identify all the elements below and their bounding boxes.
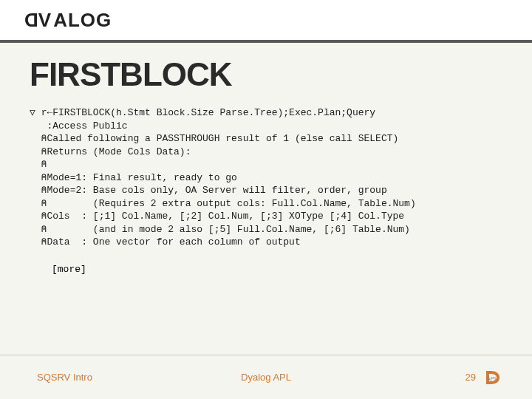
nabla-symbol: ▽: [30, 107, 35, 118]
slide-footer: SQSRV Intro Dyalog APL 29 APL: [0, 355, 532, 399]
code-line-2: ⍝Called following a PASSTHROUGH result o…: [30, 133, 398, 144]
code-block: ▽ r←FIRSTBLOCK(h.Stmt Block.Size Parse.T…: [30, 106, 502, 249]
brand-logo: DVALOG: [22, 9, 112, 32]
footer-center-text: Dyalog APL: [241, 372, 291, 383]
code-line-0: r←FIRSTBLOCK(h.Stmt Block.Size Parse.Tre…: [35, 107, 375, 118]
code-line-8: ⍝Cols : [;1] Col.Name, [;2] Col.Num, [;3…: [30, 211, 404, 222]
code-line-4: ⍝: [30, 159, 47, 170]
page-number: 29: [466, 372, 476, 383]
slide-title: FIRSTBLOCK: [30, 56, 502, 93]
svg-text:APL: APL: [486, 375, 498, 382]
more-indicator: [more]: [52, 264, 502, 275]
footer-left-text: SQSRV Intro: [37, 372, 92, 383]
code-line-10: ⍝Data : One vector for each column of ou…: [30, 236, 301, 248]
code-line-5: ⍝Mode=1: Final result, ready to go: [30, 172, 237, 183]
code-line-9: ⍝ (and in mode 2 also [;5] Full.Col.Name…: [30, 224, 410, 235]
slide-content: FIRSTBLOCK ▽ r←FIRSTBLOCK(h.Stmt Block.S…: [0, 43, 532, 275]
footer-right: 29 APL: [466, 368, 502, 387]
footer-logo-icon: APL: [483, 368, 502, 387]
code-line-7: ⍝ (Requires 2 extra output cols: Full.Co…: [30, 198, 416, 209]
slide-header: DVALOG: [0, 0, 532, 40]
code-line-1: :Access Public: [30, 120, 128, 132]
code-line-6: ⍝Mode=2: Base cols only, OA Server will …: [30, 185, 387, 196]
code-line-3: ⍝Returns (Mode Cols Data):: [30, 146, 191, 157]
